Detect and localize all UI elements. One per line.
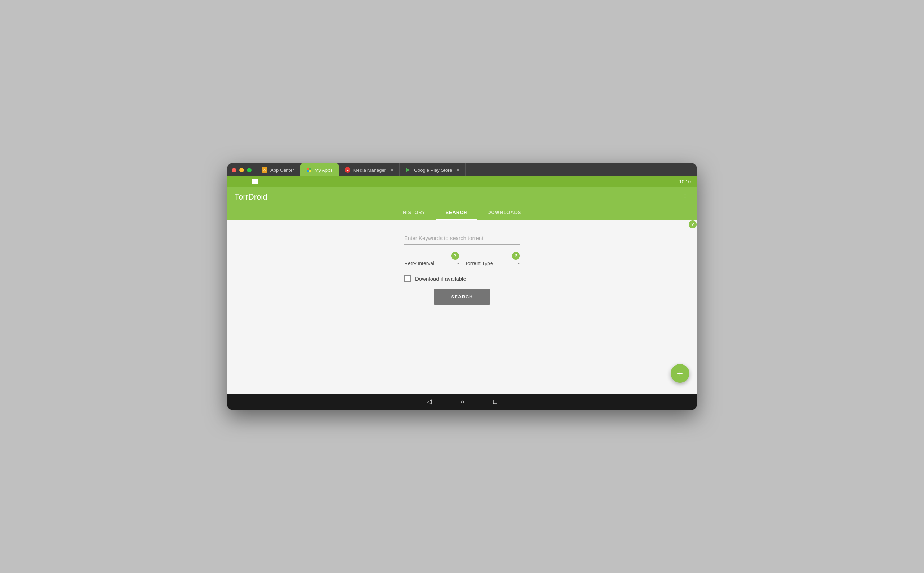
- torrent-type-group: ? Torrent Type ▾: [465, 252, 520, 268]
- tab-appcenter-label: App Center: [270, 168, 294, 173]
- app-title: TorrDroid: [235, 192, 267, 202]
- filter-row: ? Retry Interval ▾ ? Torrent Type ▾: [404, 252, 520, 268]
- torrent-type-label: Torrent Type: [465, 260, 517, 266]
- main-content: ? Retry Interval ▾ ? Torrent Type ▾: [227, 221, 697, 394]
- svg-rect-1: [309, 168, 311, 170]
- download-help-symbol: ?: [691, 222, 694, 227]
- main-window: A App Center My Apps ▶ Media Manag: [227, 163, 697, 410]
- status-square: [252, 178, 258, 185]
- download-label: Download if available: [415, 276, 520, 282]
- android-home-button[interactable]: ○: [460, 398, 465, 405]
- traffic-lights: [232, 168, 252, 172]
- tab-media[interactable]: ▶ Media Manager ✕: [339, 163, 399, 177]
- appcenter-icon: A: [262, 167, 268, 173]
- tab-media-close[interactable]: ✕: [390, 168, 393, 172]
- android-back-button[interactable]: ◁: [427, 398, 432, 405]
- retry-interval-group: ? Retry Interval ▾: [404, 252, 459, 268]
- torrent-type-arrow: ▾: [518, 261, 520, 266]
- fab-button[interactable]: +: [670, 364, 689, 383]
- svg-marker-4: [406, 168, 410, 172]
- tab-myapps-label: My Apps: [315, 168, 333, 173]
- retry-interval-label: Retry Interval: [404, 260, 456, 266]
- tab-history-label: HISTORY: [403, 210, 426, 215]
- status-time: 10:10: [679, 179, 691, 185]
- torrent-type-select[interactable]: Torrent Type ▾: [465, 252, 520, 268]
- download-row: Download if available ?: [404, 275, 520, 282]
- tab-downloads[interactable]: DOWNLOADS: [477, 206, 531, 221]
- search-button[interactable]: SEARCH: [434, 289, 490, 305]
- download-checkbox[interactable]: [404, 275, 411, 282]
- tab-search-label: SEARCH: [446, 210, 467, 215]
- retry-interval-arrow: ▾: [457, 261, 459, 266]
- torrent-help-symbol: ?: [514, 253, 517, 258]
- myapps-icon: [306, 167, 312, 173]
- minimize-button[interactable]: [239, 168, 244, 172]
- retry-interval-select[interactable]: Retry Interval ▾: [404, 252, 459, 268]
- torrent-type-help-icon[interactable]: ?: [512, 252, 520, 260]
- android-nav-bar: ◁ ○ □: [227, 394, 697, 410]
- tab-myapps[interactable]: My Apps: [300, 163, 339, 177]
- title-bar: A App Center My Apps ▶ Media Manag: [227, 163, 697, 177]
- tab-downloads-label: DOWNLOADS: [487, 210, 521, 215]
- system-status-bar: 10:10: [227, 177, 697, 186]
- tab-gplay-label: Google Play Store: [414, 168, 452, 173]
- tab-appcenter[interactable]: A App Center: [256, 163, 300, 177]
- svg-rect-3: [309, 170, 311, 172]
- app-header: TorrDroid ⋮ HISTORY SEARCH DOWNLOADS: [227, 186, 697, 221]
- android-recent-button[interactable]: □: [493, 398, 497, 405]
- media-icon: ▶: [345, 167, 351, 173]
- search-area: ? Retry Interval ▾ ? Torrent Type ▾: [404, 235, 520, 305]
- tabs-bar: A App Center My Apps ▶ Media Manag: [256, 163, 692, 177]
- fab-plus-icon: +: [677, 368, 683, 379]
- tab-media-label: Media Manager: [353, 168, 386, 173]
- more-menu-icon[interactable]: ⋮: [681, 193, 689, 201]
- close-button[interactable]: [232, 168, 236, 172]
- search-input-wrapper: [404, 235, 520, 245]
- svg-rect-2: [307, 170, 309, 172]
- tab-gplay[interactable]: Google Play Store ✕: [399, 163, 466, 177]
- gplay-icon: [405, 167, 411, 173]
- retry-help-symbol: ?: [454, 253, 456, 258]
- tab-search[interactable]: SEARCH: [435, 206, 478, 221]
- nav-tabs: HISTORY SEARCH DOWNLOADS: [235, 206, 689, 221]
- tab-history[interactable]: HISTORY: [393, 206, 435, 221]
- retry-interval-help-icon[interactable]: ?: [451, 252, 459, 260]
- app-title-row: TorrDroid ⋮: [235, 192, 689, 206]
- download-help-icon[interactable]: ?: [689, 221, 697, 229]
- search-input[interactable]: [404, 235, 520, 241]
- tab-gplay-close[interactable]: ✕: [456, 168, 459, 172]
- svg-rect-0: [307, 168, 309, 170]
- maximize-button[interactable]: [247, 168, 252, 172]
